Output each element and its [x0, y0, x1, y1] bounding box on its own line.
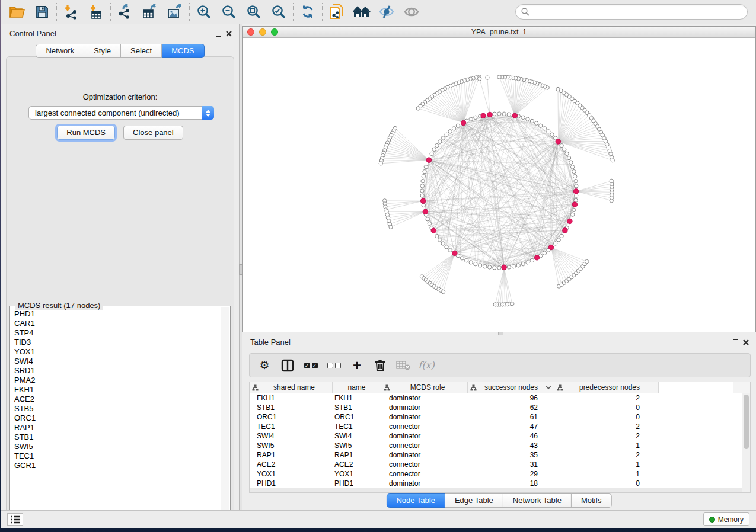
- tab-style[interactable]: Style: [84, 44, 121, 58]
- tab-mcds[interactable]: MCDS: [162, 44, 204, 58]
- list-item[interactable]: PMA2: [14, 376, 221, 385]
- run-mcds-button[interactable]: Run MCDS: [57, 126, 115, 140]
- table-row[interactable]: FKH1FKH1dominator962: [250, 393, 742, 403]
- network-window-titlebar[interactable]: YPA_prune.txt_1: [243, 27, 755, 38]
- search-input[interactable]: [515, 4, 748, 20]
- column-type-icon: [470, 384, 477, 391]
- column-header-shared-name[interactable]: shared name: [250, 382, 333, 393]
- list-item[interactable]: YOX1: [14, 347, 221, 357]
- table-cell: SWI5: [333, 441, 381, 450]
- list-item[interactable]: TEC1: [14, 451, 221, 461]
- select-all-icon[interactable]: ✓✓: [303, 358, 318, 373]
- mcds-list-scrollbar[interactable]: [221, 307, 229, 518]
- table-cell: connector: [381, 422, 468, 431]
- table-cell: 0: [554, 403, 659, 412]
- tab-edge-table[interactable]: Edge Table: [445, 493, 503, 508]
- zoom-selected-icon[interactable]: [269, 2, 289, 22]
- list-item[interactable]: SWI5: [14, 442, 221, 451]
- table-cell: dominator: [381, 412, 468, 422]
- toolbar-separator: [110, 3, 111, 21]
- table-row[interactable]: RAP1RAP1dominator352: [250, 450, 742, 460]
- table-row[interactable]: ORC1ORC1dominator610: [250, 412, 742, 422]
- import-table-icon[interactable]: [86, 2, 106, 22]
- table-cell: 2: [554, 393, 659, 403]
- delete-column-icon[interactable]: [372, 358, 388, 373]
- column-header-successor-nodes[interactable]: successor nodes: [468, 382, 554, 393]
- add-column-icon[interactable]: +: [349, 358, 365, 373]
- table-cell: SWI4: [250, 431, 333, 441]
- show-all-networks-icon[interactable]: [352, 2, 372, 22]
- export-network-icon[interactable]: [115, 2, 135, 22]
- table-cell: 47: [468, 422, 554, 431]
- hide-graphics-details-icon[interactable]: [377, 2, 397, 22]
- network-canvas[interactable]: [243, 38, 755, 332]
- table-header: shared name name MCDS role successor nod…: [250, 382, 750, 393]
- list-item[interactable]: STB5: [14, 404, 221, 414]
- list-item[interactable]: ACE2: [14, 395, 221, 404]
- network-view-window: YPA_prune.txt_1: [242, 26, 756, 332]
- table-options-icon[interactable]: ⚙: [257, 358, 272, 373]
- export-table-icon[interactable]: [140, 2, 160, 22]
- table-cell: 1: [554, 441, 659, 450]
- control-panel: Control Panel Network Style Select MCDS …: [1, 24, 239, 510]
- import-network-icon[interactable]: [61, 2, 81, 22]
- list-item[interactable]: CAR1: [14, 319, 221, 328]
- tab-node-table[interactable]: Node Table: [386, 493, 445, 508]
- memory-button[interactable]: Memory: [703, 512, 749, 526]
- tab-select[interactable]: Select: [121, 44, 162, 58]
- mcds-node-list: PHD1CAR1STP4TID3YOX1SWI4SRD1PMA2FKH1ACE2…: [10, 309, 221, 518]
- open-session-icon[interactable]: [327, 2, 347, 22]
- table-row[interactable]: SWI5SWI5connector431: [250, 441, 742, 450]
- list-item[interactable]: PHD1: [14, 309, 221, 319]
- open-file-icon[interactable]: [7, 2, 27, 22]
- list-item[interactable]: STB1: [14, 432, 221, 442]
- list-item[interactable]: GCR1: [14, 461, 221, 470]
- table-cell: SWI5: [250, 441, 333, 450]
- table-panel: Table Panel ⚙ ✓✓ +: [242, 335, 756, 510]
- column-header-predecessor-nodes[interactable]: predecessor nodes: [554, 382, 659, 393]
- tab-network-table[interactable]: Network Table: [503, 493, 572, 508]
- column-header-name[interactable]: name: [333, 382, 381, 393]
- export-image-icon[interactable]: [165, 2, 185, 22]
- list-item[interactable]: TID3: [14, 338, 221, 347]
- scrollbar-thumb[interactable]: [744, 395, 749, 449]
- tab-network[interactable]: Network: [36, 44, 84, 58]
- float-panel-icon[interactable]: [733, 339, 738, 345]
- close-panel-icon[interactable]: [743, 339, 749, 345]
- table-cell: dominator: [381, 431, 468, 441]
- table-row[interactable]: PHD1PHD1dominator180: [250, 479, 742, 488]
- refresh-icon[interactable]: [298, 2, 318, 22]
- list-item[interactable]: ORC1: [14, 414, 221, 423]
- tab-motifs[interactable]: Motifs: [572, 493, 612, 508]
- table-row[interactable]: ACE2ACE2connector311: [250, 460, 742, 469]
- zoom-fit-icon[interactable]: [244, 2, 264, 22]
- delete-table-icon: [395, 358, 411, 373]
- table-row[interactable]: STB1STB1dominator620: [250, 403, 742, 412]
- list-item[interactable]: SWI4: [14, 357, 221, 366]
- table-row[interactable]: SWI4SWI4dominator462: [250, 431, 742, 441]
- deselect-all-icon[interactable]: [326, 358, 342, 373]
- show-columns-icon[interactable]: [280, 358, 295, 373]
- table-cell: 2: [554, 422, 659, 431]
- save-session-icon[interactable]: [32, 2, 52, 22]
- column-header-mcds-role[interactable]: MCDS role: [381, 382, 468, 393]
- table-scrollbar[interactable]: [742, 393, 750, 492]
- list-item[interactable]: SRD1: [14, 366, 221, 376]
- zoom-in-icon[interactable]: [194, 2, 214, 22]
- close-panel-button[interactable]: Close panel: [123, 126, 183, 140]
- list-item[interactable]: RAP1: [14, 423, 221, 432]
- list-item[interactable]: STP4: [14, 328, 221, 338]
- task-history-button[interactable]: [7, 513, 23, 526]
- function-builder-icon: f(x): [419, 358, 434, 373]
- table-cell: STB1: [250, 403, 333, 412]
- criterion-select[interactable]: largest connected component (undirected): [28, 106, 214, 120]
- float-panel-icon[interactable]: [216, 31, 221, 37]
- zoom-out-icon[interactable]: [219, 2, 239, 22]
- table-row[interactable]: TEC1TEC1connector472: [250, 422, 742, 431]
- close-panel-icon[interactable]: [226, 31, 232, 37]
- control-panel-title: Control Panel: [9, 29, 56, 38]
- table-cell: 1: [554, 469, 659, 479]
- list-item[interactable]: FKH1: [14, 385, 221, 395]
- show-graphics-details-icon[interactable]: [401, 2, 422, 22]
- table-row[interactable]: YOX1YOX1connector291: [250, 469, 742, 479]
